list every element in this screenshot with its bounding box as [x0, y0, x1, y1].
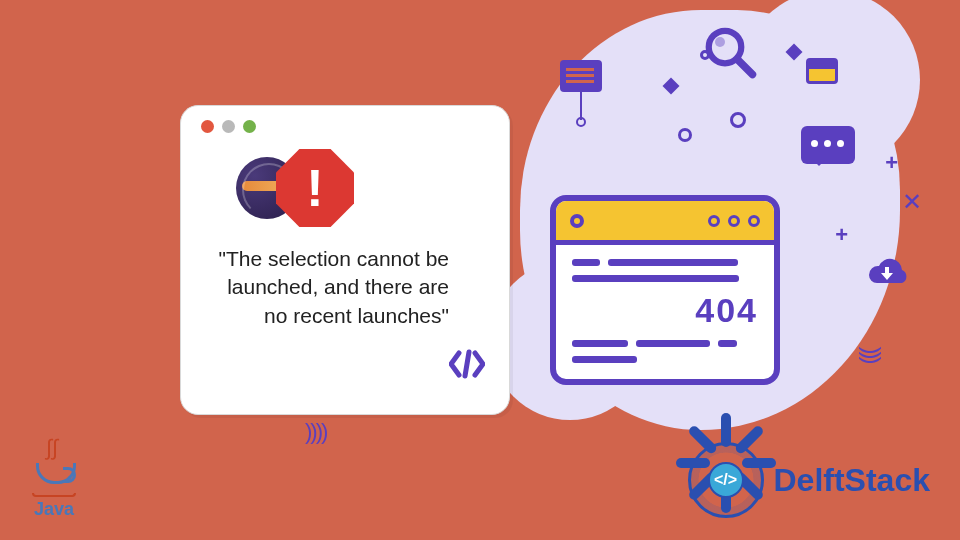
traffic-light-yellow-icon: [222, 120, 235, 133]
java-steam-icon: ∫∫: [46, 435, 58, 461]
error-code-404: 404: [572, 291, 758, 330]
cloud-upload-icon: [860, 250, 915, 296]
error-404-window: 404: [550, 195, 780, 385]
java-label: Java: [28, 499, 80, 520]
delftstack-badge-symbol: </>: [708, 462, 744, 498]
delftstack-logo: </> DelftStack: [688, 442, 931, 518]
window-controls: [201, 120, 489, 133]
ring-decoration: [678, 128, 692, 142]
error-card-window: ! "The selection cannot be launched, and…: [180, 105, 510, 415]
wifi-arc-icon: )))): [305, 419, 326, 445]
java-logo: ∫∫ Java: [28, 459, 80, 520]
stop-sign-icon: !: [276, 149, 354, 227]
traffic-light-red-icon: [201, 120, 214, 133]
browser-dot-icon: [708, 215, 720, 227]
x-decoration: ✕: [902, 188, 922, 216]
delftstack-label: DelftStack: [774, 462, 931, 499]
delftstack-badge-icon: </>: [688, 442, 764, 518]
ring-decoration: [730, 112, 746, 128]
error-message-text: "The selection cannot be launched, and t…: [201, 245, 489, 330]
code-brackets-icon: [449, 349, 485, 386]
svg-line-3: [465, 352, 469, 376]
plus-decoration: +: [885, 150, 898, 176]
browser-dot-icon: [748, 215, 760, 227]
ring-decoration: [700, 50, 710, 60]
exclamation-mark: !: [306, 162, 323, 214]
traffic-light-green-icon: [243, 120, 256, 133]
document-icon: [560, 60, 602, 127]
browser-control-icon: [570, 214, 584, 228]
svg-line-1: [738, 60, 753, 75]
speech-bubble-icon: [801, 126, 855, 164]
plus-decoration: +: [835, 222, 848, 248]
mini-window-icon: [806, 58, 838, 84]
browser-title-bar: [556, 201, 774, 245]
java-cup-icon: ∫∫: [28, 459, 80, 495]
svg-point-2: [715, 37, 725, 47]
wifi-arc-icon: ))): [859, 347, 887, 362]
browser-dot-icon: [728, 215, 740, 227]
